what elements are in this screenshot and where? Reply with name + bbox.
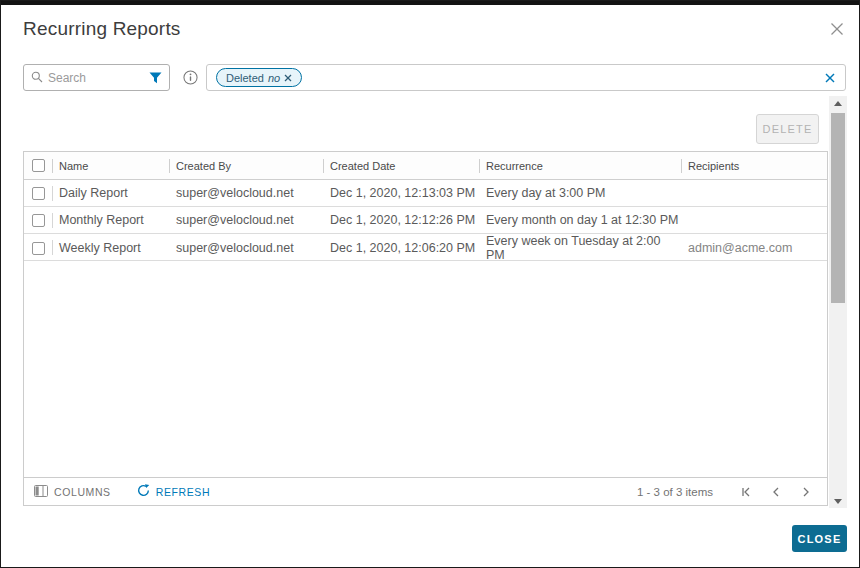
column-header-recurrence[interactable]: Recurrence xyxy=(480,152,682,179)
filter-chip-field: Deleted xyxy=(226,72,264,84)
filter-funnel-icon[interactable] xyxy=(149,72,162,84)
row-select-cell xyxy=(24,207,53,233)
delete-button[interactable]: DELETE xyxy=(756,114,819,144)
pagination: 1 - 3 of 3 items xyxy=(637,482,817,502)
columns-label: COLUMNS xyxy=(54,486,111,498)
table-footer: COLUMNS REFRESH 1 - 3 of 3 items xyxy=(24,477,827,505)
table-empty-area xyxy=(24,261,827,477)
recurring-reports-dialog: Recurring Reports xyxy=(0,0,860,568)
row-checkbox[interactable] xyxy=(32,214,45,227)
cell-name: Daily Report xyxy=(53,180,170,206)
select-all-cell xyxy=(24,152,53,179)
columns-icon xyxy=(34,485,48,499)
refresh-label: REFRESH xyxy=(156,486,210,498)
filter-chip-value: no xyxy=(268,72,280,84)
table-header-row: Name Created By Created Date Recurrence … xyxy=(24,152,827,180)
clear-filters-icon[interactable] xyxy=(824,72,836,84)
scroll-down-icon xyxy=(834,499,842,504)
cell-recurrence: Every month on day 1 at 12:30 PM xyxy=(480,207,682,233)
search-icon xyxy=(31,69,43,87)
close-button[interactable]: CLOSE xyxy=(792,525,847,552)
column-header-recipients[interactable]: Recipients xyxy=(682,152,827,179)
column-header-created-by[interactable]: Created By xyxy=(170,152,324,179)
vertical-scrollbar[interactable] xyxy=(829,96,847,508)
cell-name: Monthly Report xyxy=(53,207,170,233)
cell-recurrence: Every week on Tuesday at 2:00 PM xyxy=(480,234,682,262)
filter-chip-deleted[interactable]: Deleted no xyxy=(216,68,302,87)
row-select-cell xyxy=(24,234,53,262)
table-row-weekly-report[interactable]: Weekly Report super@velocloud.net Dec 1,… xyxy=(24,234,827,261)
column-header-created-date[interactable]: Created Date xyxy=(324,152,480,179)
chip-remove-icon[interactable] xyxy=(284,72,292,84)
row-checkbox[interactable] xyxy=(32,242,45,255)
column-header-name[interactable]: Name xyxy=(53,152,170,179)
cell-created-by: super@velocloud.net xyxy=(170,180,324,206)
cell-created-date: Dec 1, 2020, 12:06:20 PM xyxy=(324,234,480,262)
close-icon xyxy=(829,21,845,41)
scrollbar-thumb[interactable] xyxy=(831,113,845,303)
scroll-up-button[interactable] xyxy=(829,96,847,110)
search-input[interactable] xyxy=(48,71,149,85)
refresh-icon xyxy=(137,484,150,499)
cell-name: Weekly Report xyxy=(53,234,170,262)
cell-created-date: Dec 1, 2020, 12:12:26 PM xyxy=(324,207,480,233)
table-row-daily-report[interactable]: Daily Report super@velocloud.net Dec 1, … xyxy=(24,180,827,207)
select-all-checkbox[interactable] xyxy=(32,159,45,172)
scroll-down-button[interactable] xyxy=(829,494,847,508)
modal-backdrop-edge xyxy=(1,1,859,5)
pagination-info: 1 - 3 of 3 items xyxy=(637,486,713,498)
scroll-up-icon xyxy=(834,101,842,106)
dialog-close-button[interactable] xyxy=(828,22,846,40)
cell-recipients xyxy=(682,180,827,206)
reports-table: Name Created By Created Date Recurrence … xyxy=(23,151,828,506)
next-page-button[interactable] xyxy=(795,482,817,502)
cell-recipients: admin@acme.com xyxy=(682,234,827,262)
cell-created-by: super@velocloud.net xyxy=(170,234,324,262)
info-icon[interactable] xyxy=(183,70,198,89)
search-box xyxy=(23,64,170,91)
cell-created-date: Dec 1, 2020, 12:13:03 PM xyxy=(324,180,480,206)
cell-recurrence: Every day at 3:00 PM xyxy=(480,180,682,206)
row-select-cell xyxy=(24,180,53,206)
active-filters-bar[interactable]: Deleted no xyxy=(206,64,846,91)
refresh-button[interactable]: REFRESH xyxy=(137,484,210,499)
row-checkbox[interactable] xyxy=(32,187,45,200)
cell-recipients xyxy=(682,207,827,233)
cell-created-by: super@velocloud.net xyxy=(170,207,324,233)
columns-button[interactable]: COLUMNS xyxy=(34,485,111,499)
table-row-monthly-report[interactable]: Monthly Report super@velocloud.net Dec 1… xyxy=(24,207,827,234)
previous-page-button[interactable] xyxy=(765,482,787,502)
first-page-button[interactable] xyxy=(735,482,757,502)
page-title: Recurring Reports xyxy=(23,18,181,40)
